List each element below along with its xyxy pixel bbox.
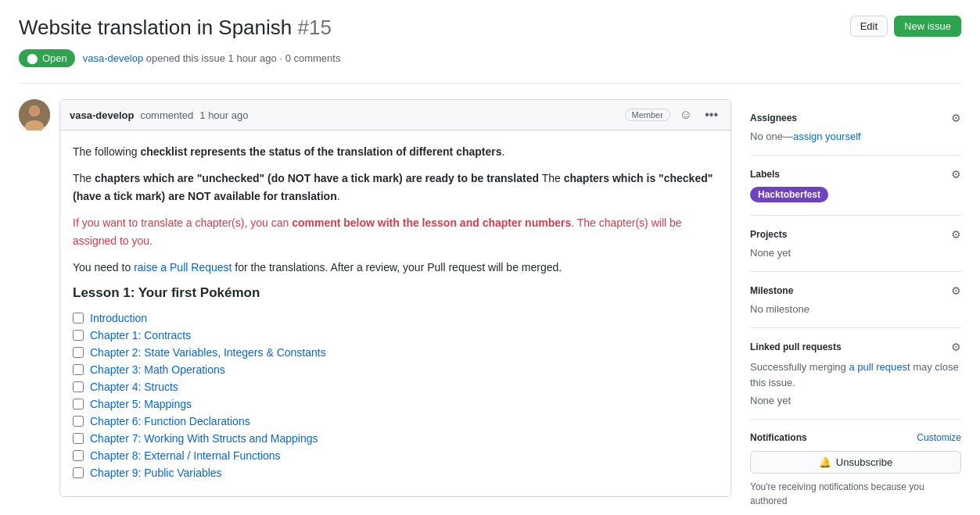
sidebar-milestone: Milestone ⚙ No milestone	[750, 272, 961, 328]
issue-title: Website translation in Spanish #15	[19, 16, 332, 40]
para2-mid: The	[539, 172, 564, 184]
list-item: Chapter 8: External / Internal Functions	[73, 449, 718, 462]
checklist-checkbox[interactable]	[73, 381, 84, 392]
comments-count: 0 comments	[285, 52, 341, 64]
sidebar-assignees: Assignees ⚙ No one—assign yourself	[750, 99, 961, 156]
checklist-item-link[interactable]: Chapter 2: State Variables, Integers & C…	[90, 346, 326, 359]
hacktoberfest-label: Hacktoberfest	[750, 187, 828, 202]
notification-info-text: You're receiving notifications because y…	[750, 481, 924, 506]
list-item: Chapter 9: Public Variables	[73, 467, 718, 479]
issue-author: vasa-develop opened this issue 1 hour ag…	[83, 52, 341, 64]
header-buttons: Edit New issue	[850, 16, 961, 37]
checklist-checkbox[interactable]	[73, 347, 84, 358]
para2-bold1: chapters which are "unchecked" (do NOT h…	[95, 172, 539, 184]
issue-header: Website translation in Spanish #15 Edit …	[19, 16, 961, 40]
sidebar-notifications: Notifications Customize 🔔 Unsubscribe Yo…	[750, 420, 961, 515]
unsubscribe-label: Unsubscribe	[836, 456, 892, 468]
assignees-gear-icon[interactable]: ⚙	[951, 112, 961, 124]
linked-prs-title: Linked pull requests	[750, 342, 842, 352]
list-item: Chapter 1: Contracts	[73, 329, 718, 342]
main-layout: vasa-develop commented 1 hour ago Member…	[19, 99, 961, 515]
page-container: Website translation in Spanish #15 Edit …	[0, 0, 980, 515]
open-circle-icon: ⬤	[27, 52, 38, 64]
notification-info: You're receiving notifications because y…	[750, 480, 961, 508]
para1-suffix: .	[502, 145, 505, 158]
notifications-header: Notifications Customize	[750, 432, 961, 443]
para1-bold: checklist represents the status of the t…	[140, 145, 501, 158]
projects-gear-icon[interactable]: ⚙	[951, 228, 961, 241]
labels-list: Hacktoberfest	[750, 187, 961, 202]
assignees-header: Assignees ⚙	[750, 112, 961, 124]
comment-action: commented	[140, 109, 193, 121]
sidebar: Assignees ⚙ No one—assign yourself Label…	[750, 99, 961, 515]
comment-time: 1 hour ago	[199, 109, 248, 121]
status-label: Open	[42, 52, 67, 64]
para1: The following checklist represents the s…	[73, 143, 718, 160]
assignees-value: No one—assign yourself	[750, 131, 961, 142]
checklist-item-link[interactable]: Chapter 1: Contracts	[90, 329, 191, 342]
checklist-item-link[interactable]: Chapter 4: Structs	[90, 381, 178, 393]
sidebar-labels: Labels ⚙ Hacktoberfest	[750, 156, 961, 216]
checklist-item-link[interactable]: Chapter 6: Function Declarations	[90, 415, 250, 427]
checklist-checkbox[interactable]	[73, 330, 84, 341]
more-options-button[interactable]: •••	[702, 106, 721, 123]
checklist-checkbox[interactable]	[73, 433, 84, 444]
unsubscribe-button[interactable]: 🔔 Unsubscribe	[750, 451, 961, 474]
emoji-button[interactable]: ☺	[677, 106, 695, 123]
issue-title-text: Website translation in Spanish	[19, 16, 292, 39]
status-badge: ⬤ Open	[19, 49, 75, 67]
labels-gear-icon[interactable]: ⚙	[951, 168, 961, 181]
list-item: Chapter 7: Working With Structs and Mapp…	[73, 432, 718, 445]
milestone-title: Milestone	[750, 285, 793, 296]
milestone-header: Milestone ⚙	[750, 284, 961, 297]
para2-suffix: .	[337, 190, 340, 202]
pull-request-link[interactable]: raise a Pull Request	[134, 261, 232, 274]
checklist-checkbox[interactable]	[73, 313, 84, 324]
linked-pr-description: Successfully merging a pull request may …	[750, 359, 961, 390]
checklist-item-link[interactable]: Chapter 5: Mappings	[90, 398, 192, 410]
para2-prefix: The	[73, 172, 95, 184]
svg-point-3	[30, 106, 39, 116]
list-item: Chapter 4: Structs	[73, 381, 718, 393]
checklist-item-link[interactable]: Chapter 8: External / Internal Functions	[90, 449, 281, 462]
comment-header-left: vasa-develop commented 1 hour ago	[70, 109, 248, 121]
labels-title: Labels	[750, 169, 780, 180]
checklist-item-link[interactable]: Chapter 9: Public Variables	[90, 467, 222, 479]
checklist-item-link[interactable]: Chapter 7: Working With Structs and Mapp…	[90, 432, 318, 445]
comment-author: vasa-develop	[70, 109, 134, 121]
milestone-gear-icon[interactable]: ⚙	[951, 284, 961, 297]
comment-container: vasa-develop commented 1 hour ago Member…	[19, 99, 731, 497]
issue-meta: ⬤ Open vasa-develop opened this issue 1 …	[19, 49, 961, 67]
time-label: 1 hour ago	[228, 52, 277, 64]
list-item: Chapter 2: State Variables, Integers & C…	[73, 346, 718, 359]
content-area: vasa-develop commented 1 hour ago Member…	[19, 99, 731, 515]
action-label: opened this issue	[146, 52, 225, 64]
checklist-checkbox[interactable]	[73, 399, 84, 409]
customize-link[interactable]: Customize	[917, 432, 961, 443]
list-item: Chapter 5: Mappings	[73, 398, 718, 410]
projects-value: None yet	[750, 247, 961, 259]
avatar	[19, 99, 50, 131]
checklist-item-link[interactable]: Chapter 3: Math Operations	[90, 363, 225, 376]
assign-yourself-link[interactable]: assign yourself	[793, 131, 861, 142]
para4-prefix: You need to	[73, 261, 134, 274]
edit-button[interactable]: Edit	[850, 16, 888, 37]
linked-prs-gear-icon[interactable]: ⚙	[951, 341, 961, 353]
pull-request-ref-link[interactable]: a pull request	[849, 361, 910, 373]
projects-header: Projects ⚙	[750, 228, 961, 241]
new-issue-button[interactable]: New issue	[894, 16, 961, 37]
para3-prefix: If you want to translate a chapter(s), y…	[73, 216, 292, 229]
checklist-checkbox[interactable]	[73, 416, 84, 427]
list-item: Introduction	[73, 312, 718, 324]
checklist-checkbox[interactable]	[73, 467, 84, 478]
checklist-checkbox[interactable]	[73, 364, 84, 375]
author-link[interactable]: vasa-develop	[83, 52, 143, 64]
linked-prs-header: Linked pull requests ⚙	[750, 341, 961, 353]
bell-icon: 🔔	[819, 456, 831, 468]
member-badge: Member	[625, 109, 670, 121]
para4-suffix: for the translations. After a review, yo…	[232, 261, 562, 274]
checklist-item-link[interactable]: Introduction	[90, 312, 147, 324]
para4: You need to raise a Pull Request for the…	[73, 259, 718, 276]
milestone-value: No milestone	[750, 303, 961, 315]
checklist-checkbox[interactable]	[73, 450, 84, 461]
